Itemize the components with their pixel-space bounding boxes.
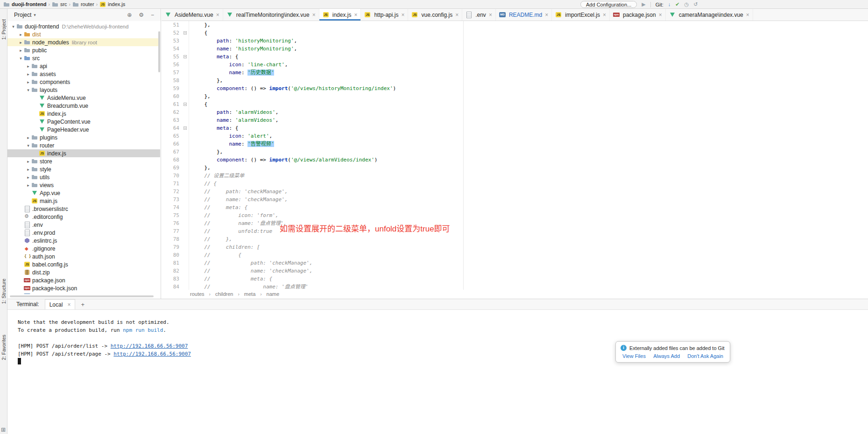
tree-expand-arrow[interactable] xyxy=(25,135,31,140)
git-rollback-icon[interactable] xyxy=(693,0,698,9)
tree-item[interactable]: .eslintrc.js xyxy=(7,237,160,245)
code-text[interactable]: // }, xyxy=(189,235,868,243)
line-number[interactable]: 82 xyxy=(162,267,181,275)
code-text[interactable]: // name: '盘点管理' xyxy=(189,283,868,290)
code-text[interactable]: // path: 'checkManage', xyxy=(189,188,868,196)
line-number[interactable]: 71 xyxy=(162,180,181,188)
fold-marker[interactable] xyxy=(181,53,189,61)
terminal-link[interactable]: http://192.168.66.56:9007 xyxy=(111,343,188,349)
line-number[interactable]: 56 xyxy=(162,61,181,69)
line-number[interactable]: 79 xyxy=(162,243,181,251)
code-text[interactable]: name: 'alarmVideos', xyxy=(189,116,868,124)
line-number[interactable]: 61 xyxy=(162,100,181,108)
tree-item[interactable]: .gitignore xyxy=(7,245,160,252)
breadcrumb-item[interactable]: duoji-frontend xyxy=(3,1,47,7)
breadcrumb-item[interactable]: src xyxy=(52,1,67,7)
code-text[interactable]: }, xyxy=(189,77,868,84)
tree-collapse-arrow[interactable] xyxy=(25,143,31,148)
tree-expand-arrow[interactable] xyxy=(25,183,31,188)
code-text[interactable]: icon: 'line-chart', xyxy=(189,61,868,69)
tree-item[interactable]: style xyxy=(7,165,160,173)
tree-item[interactable]: .env xyxy=(7,221,160,229)
line-number[interactable]: 55 xyxy=(162,53,181,61)
tree-item[interactable]: router xyxy=(7,141,160,149)
line-number[interactable]: 76 xyxy=(162,219,181,227)
line-number[interactable]: 64 xyxy=(162,124,181,132)
editor-tab[interactable]: vue.config.js xyxy=(408,9,462,21)
tree-item[interactable]: assets xyxy=(7,70,160,78)
editor-breadcrumb-item[interactable]: name xyxy=(267,291,280,297)
tree-item[interactable]: AsideMenu.vue xyxy=(7,94,160,102)
add-configuration-button[interactable]: Add Configuration... xyxy=(580,1,637,8)
tree-item[interactable]: PageContent.vue xyxy=(7,118,160,126)
new-terminal-button[interactable]: + xyxy=(81,301,85,308)
code-text[interactable]: }, xyxy=(189,92,868,100)
tree-item[interactable]: layouts xyxy=(7,86,160,94)
run-icon[interactable] xyxy=(642,0,645,9)
tree-item[interactable]: public xyxy=(7,46,160,54)
line-number[interactable]: 58 xyxy=(162,77,181,84)
tree-item[interactable]: package-lock.json xyxy=(7,284,160,292)
line-number[interactable]: 78 xyxy=(162,235,181,243)
fold-marker[interactable] xyxy=(181,100,189,108)
line-number[interactable]: 75 xyxy=(162,211,181,219)
line-number[interactable]: 84 xyxy=(162,283,181,290)
tree-expand-arrow[interactable] xyxy=(18,48,24,53)
editor-tab[interactable]: README.md xyxy=(496,9,552,21)
tree-item[interactable]: store xyxy=(7,157,160,165)
code-text[interactable]: meta: { xyxy=(189,53,868,61)
tree-item[interactable]: .browserslistrc xyxy=(7,205,160,213)
editor-breadcrumb-item[interactable]: children xyxy=(215,291,233,297)
tree-item[interactable]: .editorconfig xyxy=(7,213,160,221)
editor-tab[interactable]: package.json xyxy=(610,9,666,21)
tree-item[interactable]: duoji-frontendD:\zheheWeb\duoji-frontend xyxy=(7,22,160,30)
tree-collapse-arrow[interactable] xyxy=(18,56,24,61)
project-hscrollbar[interactable] xyxy=(10,295,154,297)
tree-item[interactable]: plugins xyxy=(7,133,160,141)
tree-item[interactable]: dist.zip xyxy=(7,268,160,276)
line-number[interactable]: 68 xyxy=(162,156,181,164)
line-number[interactable]: 54 xyxy=(162,45,181,53)
code-text[interactable]: meta: { xyxy=(189,124,868,132)
editor-tab[interactable]: .env xyxy=(462,9,496,21)
code-text[interactable]: // name: 'checkManage', xyxy=(189,267,868,275)
editor-tab[interactable]: cameraManage\index.vue xyxy=(666,9,753,21)
terminal-output[interactable]: Note that the development build is not o… xyxy=(7,310,868,366)
line-number[interactable]: 53 xyxy=(162,37,181,45)
tab-close-icon[interactable] xyxy=(401,12,404,18)
tab-close-icon[interactable] xyxy=(545,12,548,18)
tree-item[interactable]: auth.json xyxy=(7,252,160,260)
fold-marker[interactable] xyxy=(181,124,189,132)
code-text[interactable]: }, xyxy=(189,148,868,156)
notification-action[interactable]: View Files xyxy=(622,353,646,359)
tab-close-icon[interactable] xyxy=(354,12,357,18)
tree-item[interactable]: utils xyxy=(7,173,160,181)
tree-item[interactable]: dist xyxy=(7,30,160,38)
line-number[interactable]: 74 xyxy=(162,203,181,211)
line-number[interactable]: 67 xyxy=(162,148,181,156)
tree-expand-arrow[interactable] xyxy=(25,80,31,84)
terminal-link[interactable]: http://192.168.66.56:9007 xyxy=(113,351,191,357)
notification-action[interactable]: Don't Ask Again xyxy=(687,353,723,359)
toolwindow-switcher-icon[interactable] xyxy=(1,427,6,433)
tab-close-icon[interactable] xyxy=(67,301,71,308)
editor-breadcrumb-item[interactable]: routes xyxy=(190,291,205,297)
notification-action[interactable]: Always Add xyxy=(653,353,680,359)
line-number[interactable]: 65 xyxy=(162,132,181,140)
tree-item[interactable]: index.js xyxy=(7,149,160,157)
tree-collapse-arrow[interactable] xyxy=(25,88,31,92)
line-number[interactable]: 83 xyxy=(162,275,181,283)
code-editor[interactable]: 51 },52 {53 path: 'historyMonitoring',54… xyxy=(162,21,868,290)
line-number[interactable]: 60 xyxy=(162,92,181,100)
code-text[interactable]: // children: [ xyxy=(189,243,868,251)
code-text[interactable]: path: 'alarmVideos', xyxy=(189,108,868,116)
chevron-down-icon[interactable] xyxy=(34,13,36,17)
code-text[interactable]: component: () => import('@/views/history… xyxy=(189,84,868,92)
line-number[interactable]: 77 xyxy=(162,227,181,235)
tree-expand-arrow[interactable] xyxy=(18,40,24,45)
editor-breadcrumb-item[interactable]: meta xyxy=(244,291,255,297)
tab-close-icon[interactable] xyxy=(312,12,316,18)
terminal-tab-local[interactable]: Local xyxy=(45,299,76,309)
line-number[interactable]: 59 xyxy=(162,84,181,92)
tree-expand-arrow[interactable] xyxy=(18,32,24,37)
